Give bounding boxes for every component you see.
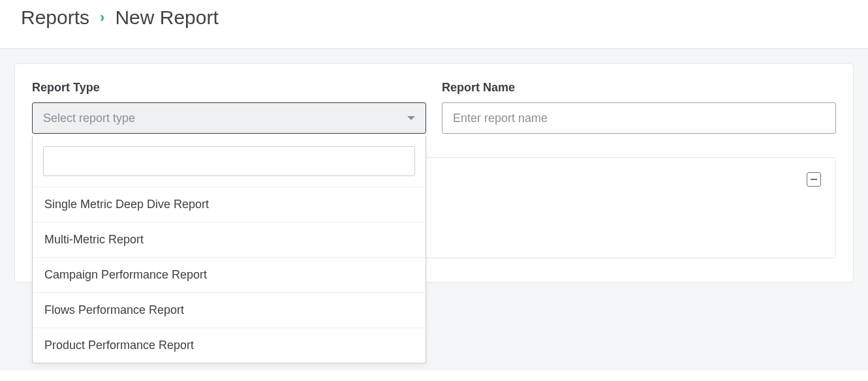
report-form-card: Report Type Select report type Single Me… — [14, 63, 854, 282]
chevron-right-icon: › — [100, 9, 104, 26]
dropdown-item-single-metric[interactable]: Single Metric Deep Dive Report — [33, 187, 426, 222]
caret-down-icon — [407, 116, 415, 120]
dropdown-item-flows[interactable]: Flows Performance Report — [33, 292, 426, 328]
breadcrumb-root[interactable]: Reports — [21, 7, 89, 29]
collapse-button[interactable] — [807, 172, 821, 187]
dropdown-item-multi-metric[interactable]: Multi-Metric Report — [33, 222, 426, 257]
report-type-field: Report Type Select report type Single Me… — [32, 81, 426, 134]
breadcrumb: Reports › New Report — [21, 7, 847, 29]
dropdown-search-input[interactable] — [43, 146, 415, 176]
dropdown-search-wrap — [33, 136, 426, 187]
dropdown-item-product[interactable]: Product Performance Report — [33, 328, 426, 363]
minus-icon — [811, 179, 817, 180]
report-name-label: Report Name — [442, 81, 836, 95]
page-body: Report Type Select report type Single Me… — [0, 48, 868, 371]
report-type-placeholder: Select report type — [43, 112, 135, 125]
report-type-label: Report Type — [32, 81, 426, 95]
report-name-input[interactable] — [442, 102, 836, 134]
form-row: Report Type Select report type Single Me… — [32, 81, 836, 134]
dropdown-item-campaign[interactable]: Campaign Performance Report — [33, 257, 426, 292]
page-header: Reports › New Report — [0, 0, 868, 48]
report-type-select[interactable]: Select report type — [32, 102, 426, 134]
report-type-dropdown: Single Metric Deep Dive Report Multi-Met… — [32, 136, 426, 363]
breadcrumb-current: New Report — [115, 7, 218, 29]
dropdown-list: Single Metric Deep Dive Report Multi-Met… — [33, 187, 426, 363]
report-name-field: Report Name — [442, 81, 836, 134]
